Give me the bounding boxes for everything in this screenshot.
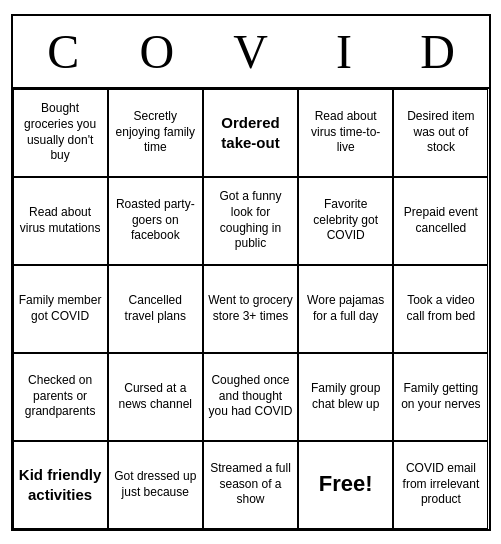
bingo-cell-17: Coughed once and thought you had COVID [203,353,298,441]
bingo-cell-18: Family group chat blew up [298,353,393,441]
bingo-cell-16: Cursed at a news channel [108,353,203,441]
title-letter: I [300,24,388,79]
bingo-card: COVID Bought groceries you usually don't… [11,14,491,531]
bingo-cell-2: Ordered take-out [203,89,298,177]
bingo-cell-4: Desired item was out of stock [393,89,488,177]
bingo-title: COVID [13,16,489,89]
bingo-cell-14: Took a video call from bed [393,265,488,353]
bingo-cell-8: Favorite celebrity got COVID [298,177,393,265]
bingo-cell-6: Roasted party-goers on facebook [108,177,203,265]
title-letter: C [19,24,107,79]
title-letter: V [206,24,294,79]
bingo-cell-24: COVID email from irrelevant product [393,441,488,529]
bingo-cell-20: Kid friendly activities [13,441,108,529]
bingo-cell-10: Family member got COVID [13,265,108,353]
bingo-cell-5: Read about virus mutations [13,177,108,265]
bingo-cell-19: Family getting on your nerves [393,353,488,441]
bingo-cell-3: Read about virus time-to-live [298,89,393,177]
bingo-cell-11: Cancelled travel plans [108,265,203,353]
bingo-grid: Bought groceries you usually don't buySe… [13,89,489,529]
bingo-cell-7: Got a funny look for coughing in public [203,177,298,265]
bingo-cell-13: Wore pajamas for a full day [298,265,393,353]
bingo-cell-15: Checked on parents or grandparents [13,353,108,441]
title-letter: O [113,24,201,79]
bingo-cell-22: Streamed a full season of a show [203,441,298,529]
bingo-cell-0: Bought groceries you usually don't buy [13,89,108,177]
bingo-cell-21: Got dressed up just because [108,441,203,529]
bingo-cell-12: Went to grocery store 3+ times [203,265,298,353]
title-letter: D [394,24,482,79]
bingo-cell-1: Secretly enjoying family time [108,89,203,177]
bingo-cell-9: Prepaid event cancelled [393,177,488,265]
bingo-cell-23: Free! [298,441,393,529]
